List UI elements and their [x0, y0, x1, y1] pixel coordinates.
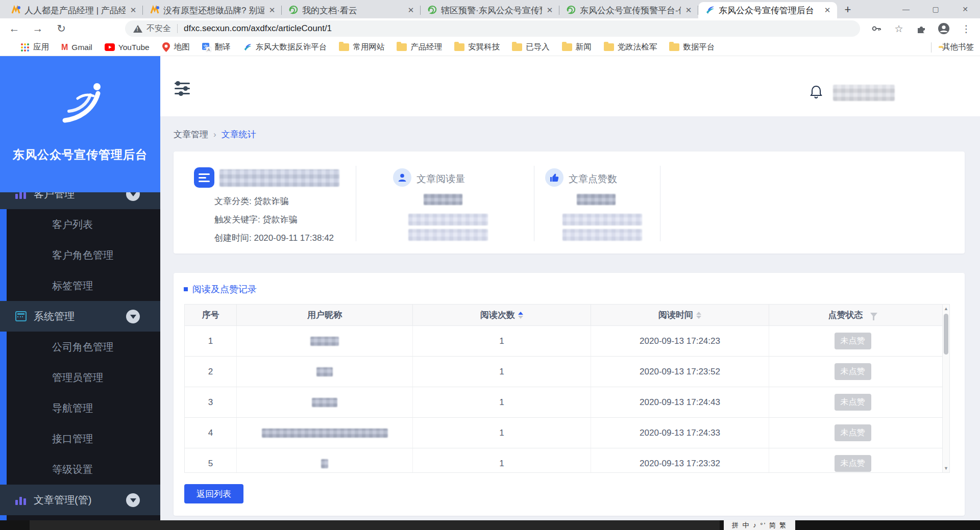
extensions-puzzle-icon[interactable]	[915, 22, 928, 35]
tab-title: 辖区预警·东风公众号宣传预	[441, 5, 542, 16]
sidebar-item-company-roles[interactable]: 公司角色管理	[0, 332, 160, 362]
close-icon[interactable]: ✕	[823, 6, 832, 15]
tab-woshipm-1[interactable]: 人人都是产品经理 | 产品经理 ✕	[4, 2, 143, 18]
sidebar-item-tag-mgmt[interactable]: 标签管理	[0, 270, 160, 301]
back-to-list-button[interactable]: 返回列表	[184, 484, 243, 503]
column-header-like-status[interactable]: 点赞状态	[769, 305, 936, 325]
bookmark-star-icon[interactable]: ☆	[892, 22, 905, 35]
bookmark-maps[interactable]: 地图	[162, 42, 190, 53]
dongfeng-icon	[243, 43, 252, 52]
bookmark-folder-dangzheng[interactable]: 党政法检军	[604, 42, 657, 53]
bookmark-folder-anxun[interactable]: 安巽科技	[454, 42, 500, 53]
table-row[interactable]: 2 1 2020-09-13 17:23:52 未点赞	[185, 357, 949, 387]
tab-woshipm-2[interactable]: 没有原型还想做品牌? 别逗了 ✕	[143, 2, 282, 18]
bookmark-folder-data[interactable]: 数据平台	[669, 42, 715, 53]
bookmark-folder-changyong[interactable]: 常用网站	[339, 42, 384, 53]
bookmark-folder-imported[interactable]: 已导入	[512, 42, 550, 53]
sidebar-item-system-mgmt[interactable]: 系统管理	[0, 301, 160, 332]
screen: 人人都是产品经理 | 产品经理 ✕ 没有原型还想做品牌? 别逗了 ✕ 我的文档·…	[0, 0, 980, 530]
url-text[interactable]: dfxc.secxun.com/axdfxc/articleCount/1	[184, 23, 332, 34]
table-scrollbar[interactable]: ▲ ▼	[942, 305, 949, 472]
scroll-up-icon[interactable]: ▲	[943, 305, 949, 312]
new-tab-button[interactable]: +	[840, 2, 855, 17]
reload-icon[interactable]: ↻	[52, 19, 70, 38]
dongfeng-icon	[704, 5, 716, 16]
close-icon[interactable]: ✕	[545, 6, 554, 15]
chevron-down-icon[interactable]	[126, 310, 140, 323]
bookmark-label: 已导入	[526, 42, 550, 53]
bookmark-translate[interactable]: 文A 翻译	[202, 42, 231, 53]
folder-icon	[454, 43, 464, 51]
sidebar-item-article-mgmt[interactable]: 文章管理(管)	[0, 485, 160, 515]
ime-indicator[interactable]: 拼 中 ♪ °’ 简 繁	[724, 520, 795, 530]
username-redacted[interactable]	[833, 85, 895, 101]
chevron-down-icon[interactable]	[126, 493, 140, 507]
close-icon[interactable]: ✕	[684, 6, 693, 15]
not-secure-warning-icon[interactable]	[133, 25, 142, 33]
bookmark-label: 新闻	[576, 42, 592, 53]
sidebar-item-api-mgmt[interactable]: 接口管理	[0, 423, 160, 454]
views-label: 文章阅读量	[416, 172, 465, 186]
tab-kancloud-docs[interactable]: 我的文档·看云 ✕	[282, 2, 421, 18]
filter-funnel-icon[interactable]	[870, 313, 877, 317]
folder-icon	[512, 43, 522, 51]
breadcrumb-article-mgmt[interactable]: 文章管理	[174, 129, 208, 140]
not-secure-label[interactable]: 不安全	[146, 23, 171, 34]
window-close-button[interactable]: ✕	[950, 0, 980, 18]
cell-read-count: 1	[413, 448, 591, 473]
table-row[interactable]: 1 1 2020-09-13 17:24:23 未点赞	[185, 326, 949, 357]
table-row[interactable]: 3 1 2020-09-13 17:24:43 未点赞	[185, 387, 949, 418]
password-key-icon[interactable]	[870, 22, 883, 35]
bookmark-folder-chanpin[interactable]: 产品经理	[397, 42, 442, 53]
tab-kancloud-platform[interactable]: 东风公众号宣传预警平台-使 ✕	[559, 2, 698, 18]
breadcrumb-separator: ›	[213, 130, 216, 140]
window-minimize-button[interactable]: —	[891, 0, 921, 18]
cell-nickname	[237, 326, 413, 356]
folder-icon	[562, 43, 572, 51]
sort-icon[interactable]	[696, 312, 701, 319]
cell-like-status: 未点赞	[769, 448, 936, 473]
sort-icon[interactable]	[518, 312, 523, 319]
tab-kancloud-warning[interactable]: 辖区预警·东风公众号宣传预 ✕	[421, 2, 559, 18]
close-icon[interactable]: ✕	[267, 6, 277, 15]
menu-label: 接口管理	[52, 432, 93, 446]
column-header-read-count[interactable]: 阅读次数	[413, 305, 591, 325]
nickname-redacted	[316, 367, 333, 376]
bookmark-youtube[interactable]: YouTube	[105, 43, 150, 52]
scroll-down-icon[interactable]: ▼	[943, 465, 949, 472]
records-title-text: 阅读及点赞记录	[192, 283, 257, 295]
table-row[interactable]: 4 1 2020-09-13 17:24:33 未点赞	[185, 418, 949, 448]
bookmark-label: 常用网站	[353, 42, 384, 53]
bookmark-dongfeng-platform[interactable]: 东风大数据反诈平台	[243, 42, 327, 53]
address-bar[interactable]: 不安全 dfxc.secxun.com/axdfxc/articleCount/…	[125, 20, 860, 37]
sidebar-item-customer-list[interactable]: 客户列表	[0, 209, 160, 240]
sidebar-item-customer-roles[interactable]: 客户角色管理	[0, 240, 160, 270]
sidebar-item-nav-mgmt[interactable]: 导航管理	[0, 393, 160, 423]
breadcrumb-article-stats[interactable]: 文章统计	[222, 129, 256, 140]
bookmark-gmail[interactable]: M Gmail	[61, 43, 92, 52]
filter-sliders-icon[interactable]	[175, 83, 190, 97]
tab-title: 东风公众号宣传管理后台	[719, 5, 820, 16]
table-row[interactable]: 5 1 2020-09-13 17:23:32 未点赞	[185, 448, 949, 473]
woshipm-icon	[149, 5, 160, 16]
notification-bell-icon[interactable]	[810, 85, 823, 101]
tab-admin-backend-active[interactable]: 东风公众号宣传管理后台 ✕	[698, 2, 837, 18]
cell-read-time: 2020-09-13 17:23:52	[591, 357, 769, 387]
profile-avatar[interactable]	[937, 22, 950, 35]
bookmark-folder-news[interactable]: 新闻	[562, 42, 592, 53]
not-liked-badge: 未点赞	[835, 424, 871, 441]
svg-text:A: A	[207, 47, 210, 52]
bookmark-apps[interactable]: 应用	[20, 42, 49, 53]
other-bookmarks[interactable]: 其他书签	[931, 42, 974, 53]
back-icon[interactable]: ←	[5, 19, 23, 38]
forward-icon[interactable]: →	[29, 19, 47, 38]
sidebar-item-level-settings[interactable]: 等级设置	[0, 454, 160, 485]
bookmark-label: 安巽科技	[468, 42, 500, 53]
close-icon[interactable]: ✕	[406, 6, 415, 15]
column-header-read-time[interactable]: 阅读时间	[591, 305, 769, 325]
window-restore-button[interactable]: ▢	[921, 0, 950, 18]
kebab-menu-icon[interactable]: ⋮	[960, 22, 973, 35]
scrollbar-thumb[interactable]	[944, 314, 948, 355]
sidebar-item-admin-mgmt[interactable]: 管理员管理	[0, 362, 160, 393]
close-icon[interactable]: ✕	[129, 6, 138, 15]
